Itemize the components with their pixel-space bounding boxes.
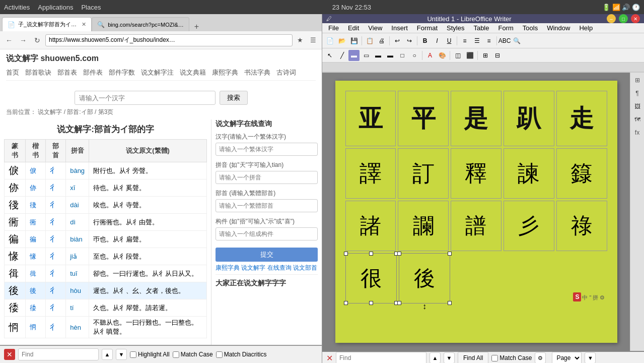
nav-note[interactable]: 说文解字注 bbox=[141, 68, 174, 77]
nav-part[interactable]: 部件表 bbox=[83, 68, 103, 77]
tb2-rect4[interactable]: ▬ bbox=[385, 50, 396, 61]
char-cell-ding[interactable]: 訂 bbox=[398, 148, 449, 199]
tb2-arrange[interactable]: ⊞ bbox=[480, 50, 491, 61]
lookup-submit-btn[interactable]: 提交 bbox=[216, 248, 318, 262]
menu-table[interactable]: Table bbox=[469, 23, 493, 33]
writer-find-next[interactable]: ▼ bbox=[444, 352, 455, 363]
writer-find-prev[interactable]: ▲ bbox=[430, 352, 441, 363]
char-cell-jian[interactable]: 諫 bbox=[504, 148, 554, 199]
cell-bushou[interactable]: 彳 bbox=[45, 248, 66, 265]
tb2-3d[interactable]: ⬛ bbox=[464, 50, 475, 61]
bookmark-btn[interactable]: ★ bbox=[295, 35, 306, 46]
char-cell-yi[interactable]: 譯 bbox=[345, 148, 396, 199]
nav-count[interactable]: 部件字数 bbox=[109, 68, 135, 77]
char-cell-pu[interactable]: 譜 bbox=[451, 201, 502, 251]
menu-btn[interactable]: ☰ bbox=[308, 35, 319, 46]
tab-close-btn[interactable]: ✕ bbox=[82, 21, 86, 28]
tb-redo[interactable]: ↪ bbox=[404, 35, 415, 46]
tb-save[interactable]: 💾 bbox=[348, 35, 360, 46]
tb2-select[interactable]: ↖ bbox=[324, 50, 335, 61]
menu-format[interactable]: Format bbox=[413, 23, 442, 33]
forward-btn[interactable]: → bbox=[17, 34, 29, 46]
writer-match-case-label[interactable]: Match Case bbox=[491, 354, 532, 361]
char-cell-ping[interactable]: 平 bbox=[398, 91, 449, 146]
tb-find[interactable]: 🔍 bbox=[511, 35, 522, 46]
cell-kaishu[interactable]: 㣦 bbox=[25, 299, 45, 317]
tb-new[interactable]: 📄 bbox=[324, 35, 335, 46]
match-case-label[interactable]: Match Case bbox=[173, 351, 213, 358]
nav-classic[interactable]: 说文典籍 bbox=[180, 68, 206, 77]
tb-undo[interactable]: ↩ bbox=[392, 35, 403, 46]
tb-align-center[interactable]: ☰ bbox=[471, 35, 482, 46]
tb2-rect2[interactable]: ▭ bbox=[361, 50, 372, 61]
nav-shufa[interactable]: 书法字典 bbox=[244, 68, 270, 77]
menu-insert[interactable]: Insert bbox=[387, 23, 412, 33]
menu-file[interactable]: File bbox=[324, 23, 343, 33]
lookup-hanzi-input[interactable] bbox=[216, 143, 318, 156]
cell-kaishu[interactable]: 㥟 bbox=[25, 248, 45, 265]
find-next-btn[interactable]: ▼ bbox=[116, 349, 127, 360]
char-cell-shan[interactable]: 彡 bbox=[504, 201, 554, 251]
tb2-rect[interactable]: ▬ bbox=[348, 50, 360, 61]
char-cell-shi[interactable]: 是 bbox=[451, 91, 502, 146]
char-cell-ya[interactable]: 亚 bbox=[345, 91, 396, 146]
tb-open[interactable]: 📂 bbox=[336, 35, 347, 46]
browser-tab-active[interactable]: 📄 子_说文解字部首为イ… ✕ bbox=[2, 17, 92, 31]
find-input[interactable] bbox=[18, 348, 99, 360]
char-cell-pa[interactable]: 趴 bbox=[504, 91, 554, 146]
match-diacritics-checkbox[interactable] bbox=[216, 351, 223, 358]
char-cell-lan[interactable]: 讕 bbox=[398, 201, 449, 251]
tb2-group[interactable]: ⊟ bbox=[492, 50, 503, 61]
char-cell-hen[interactable]: 很 bbox=[345, 253, 397, 304]
cell-bushou[interactable]: 彳 bbox=[45, 214, 66, 231]
search-input[interactable] bbox=[75, 91, 216, 105]
lookup-pinyin-input[interactable] bbox=[216, 171, 318, 184]
writer-find-close-btn[interactable]: ✕ bbox=[326, 353, 333, 363]
cell-kaishu[interactable]: 㑊 bbox=[25, 179, 45, 197]
sidebar-gallery[interactable]: 🖼 bbox=[632, 101, 643, 112]
cell-bushou[interactable]: 彳 bbox=[45, 317, 66, 338]
menu-edit[interactable]: Edit bbox=[344, 23, 363, 33]
writer-find-options[interactable]: ⚙ bbox=[535, 352, 546, 363]
tb2-rect5[interactable]: □ bbox=[397, 50, 408, 61]
activities-label[interactable]: Activities bbox=[4, 4, 30, 11]
char-cell-zhu[interactable]: 諸 bbox=[345, 201, 396, 251]
menu-tools[interactable]: Tools bbox=[519, 23, 542, 33]
tb2-rect3[interactable]: ▬ bbox=[373, 50, 384, 61]
nav-table[interactable]: 部首表 bbox=[57, 68, 77, 77]
sidebar-functions[interactable]: fx bbox=[632, 127, 643, 138]
writer-find-dropdown-arrow[interactable]: ▼ bbox=[585, 352, 596, 363]
nav-song[interactable]: 部首歌诀 bbox=[25, 68, 51, 77]
menu-form[interactable]: Form bbox=[494, 23, 517, 33]
new-tab-btn[interactable]: + bbox=[192, 22, 201, 31]
menu-view[interactable]: View bbox=[364, 23, 386, 33]
link-bushou[interactable]: 说文部首 bbox=[293, 264, 317, 271]
browser-tab-inactive[interactable]: 🔍 bing.com/search?pc=MOZI&… bbox=[92, 17, 189, 31]
nav-kangxi[interactable]: 康熙字典 bbox=[212, 68, 238, 77]
refresh-btn[interactable]: ↻ bbox=[31, 34, 43, 46]
cell-bushou[interactable]: 彳 bbox=[45, 197, 66, 214]
highlight-all-label[interactable]: Highlight All bbox=[130, 351, 170, 358]
tb-underline[interactable]: U bbox=[444, 35, 455, 46]
search-button[interactable]: 搜索 bbox=[220, 91, 248, 105]
tb2-line[interactable]: ╱ bbox=[336, 50, 347, 61]
sidebar-navigator[interactable]: 🗺 bbox=[632, 114, 643, 125]
maximize-btn[interactable]: □ bbox=[619, 14, 628, 23]
char-cell-zou[interactable]: 走 bbox=[556, 91, 607, 146]
link-online[interactable]: 在线查询 bbox=[267, 264, 292, 271]
applications-label[interactable]: Applications bbox=[38, 4, 73, 11]
cell-bushou[interactable]: 彳 bbox=[45, 282, 66, 299]
link-kangxi[interactable]: 康熙字典 bbox=[216, 264, 240, 271]
tb-italic[interactable]: I bbox=[432, 35, 443, 46]
lookup-bushou-input[interactable] bbox=[216, 199, 318, 212]
sidebar-properties[interactable]: ⊞ bbox=[632, 75, 643, 86]
cell-bushou[interactable]: 彳 bbox=[45, 179, 66, 197]
back-btn[interactable]: ← bbox=[3, 34, 15, 46]
sidebar-styles[interactable]: ¶ bbox=[632, 88, 643, 99]
match-case-checkbox[interactable] bbox=[173, 351, 179, 358]
tb-align-left[interactable]: ≡ bbox=[459, 35, 470, 46]
lookup-goucheng-input[interactable] bbox=[216, 227, 318, 240]
cell-kaishu[interactable]: 㤯 bbox=[25, 317, 45, 338]
menu-styles[interactable]: Styles bbox=[443, 23, 468, 33]
places-label[interactable]: Places bbox=[81, 4, 101, 11]
